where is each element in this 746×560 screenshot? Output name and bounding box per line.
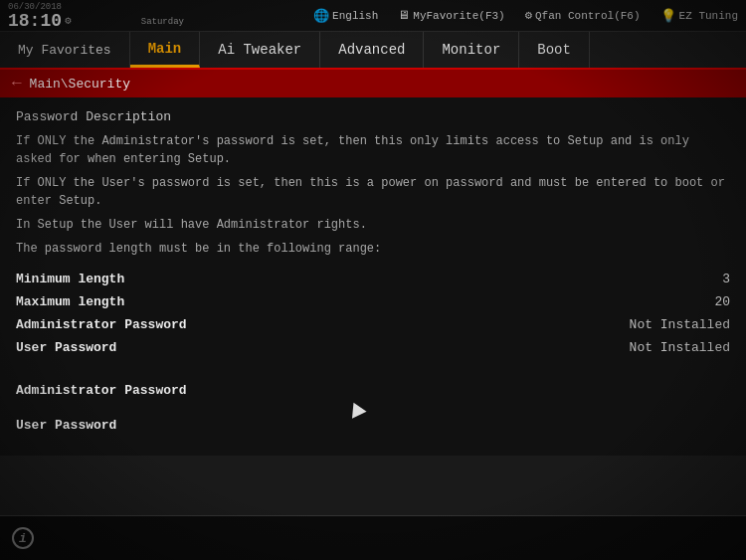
- qfan-label: Qfan Control(F6): [535, 10, 641, 22]
- top-icons: 🌐 English 🖥 MyFavorite(F3) ⚙ Qfan Contro…: [313, 8, 738, 24]
- description-block: If ONLY the Administrator's password is …: [16, 132, 730, 258]
- tab-monitor[interactable]: Monitor: [424, 32, 519, 68]
- eztuning-item[interactable]: 💡 EZ Tuning: [660, 8, 738, 24]
- myfavorite-item[interactable]: 🖥 MyFavorite(F3): [398, 8, 504, 23]
- gear-icon[interactable]: ⚙: [65, 14, 72, 27]
- myfavorite-label: MyFavorite(F3): [413, 10, 504, 22]
- admin-password-action[interactable]: Administrator Password: [16, 377, 730, 404]
- password-actions: Administrator Password User Password: [16, 377, 730, 439]
- bottom-bar: i: [0, 515, 746, 560]
- desc-user-password: If ONLY the User's password is set, then…: [16, 174, 730, 210]
- tab-my-favorites[interactable]: My Favorites: [0, 32, 130, 68]
- min-length-label: Minimum length: [16, 272, 124, 286]
- tab-ai-tweaker[interactable]: Ai Tweaker: [200, 32, 320, 68]
- datetime-block: 06/30/2018 18:10 ⚙: [8, 2, 72, 30]
- user-password-action[interactable]: User Password: [16, 412, 730, 439]
- min-length-row: Minimum length 3: [16, 268, 730, 290]
- fan-icon: ⚙: [525, 8, 532, 23]
- desc-password-range: The password length must be in the follo…: [16, 240, 730, 258]
- qfan-item[interactable]: ⚙ Qfan Control(F6): [525, 8, 641, 23]
- breadcrumb-path: Main\Security: [30, 77, 130, 92]
- max-length-value: 20: [611, 294, 730, 309]
- admin-password-label: Administrator Password: [16, 317, 187, 332]
- desc-admin-password: If ONLY the Administrator's password is …: [16, 132, 730, 168]
- date-display: 06/30/2018: [8, 2, 62, 12]
- info-symbol: i: [19, 531, 27, 546]
- max-length-row: Maximum length 20: [16, 290, 730, 313]
- eztuning-label: EZ Tuning: [679, 10, 738, 22]
- tab-boot[interactable]: Boot: [519, 32, 590, 68]
- breadcrumb: ← Main\Security: [0, 70, 746, 97]
- day-display: Saturday: [141, 17, 184, 27]
- english-item[interactable]: 🌐 English: [313, 8, 378, 24]
- desc-admin-rights: In Setup the User will have Administrato…: [16, 216, 730, 234]
- info-icon[interactable]: i: [12, 527, 34, 549]
- english-label: English: [332, 10, 378, 22]
- screen: 06/30/2018 18:10 ⚙ Saturday 🌐 English 🖥 …: [0, 0, 746, 560]
- globe-icon: 🌐: [313, 8, 329, 24]
- main-content: Password Description If ONLY the Adminis…: [0, 97, 746, 456]
- time-display: 18:10: [8, 12, 62, 30]
- user-password-row: User Password Not Installed: [16, 336, 730, 359]
- admin-password-row: Administrator Password Not Installed: [16, 313, 730, 336]
- max-length-label: Maximum length: [16, 294, 124, 309]
- bulb-icon: 💡: [660, 8, 676, 24]
- header-bar: 06/30/2018 18:10 ⚙ Saturday 🌐 English 🖥 …: [0, 0, 746, 32]
- monitor-icon: 🖥: [398, 8, 410, 23]
- min-length-value: 3: [611, 272, 730, 286]
- user-password-label: User Password: [16, 340, 116, 355]
- section-title: Password Description: [16, 109, 730, 124]
- tab-advanced[interactable]: Advanced: [320, 32, 424, 68]
- user-password-value: Not Installed: [611, 340, 730, 355]
- password-info-table: Minimum length 3 Maximum length 20 Admin…: [16, 268, 730, 359]
- back-arrow-icon[interactable]: ←: [12, 75, 22, 93]
- admin-password-value: Not Installed: [611, 317, 730, 332]
- nav-bar: My Favorites Main Ai Tweaker Advanced Mo…: [0, 32, 746, 70]
- tab-main[interactable]: Main: [130, 32, 201, 68]
